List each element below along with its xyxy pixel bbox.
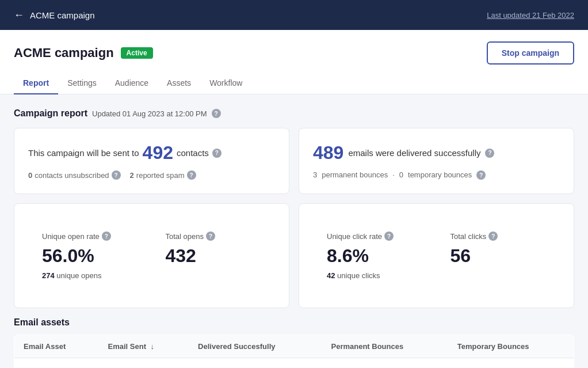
top-bar: ← ACME campaign Last updated 21 Feb 2022 (0, 0, 588, 30)
unique-click-rate-label: Unique click rate ? (327, 232, 423, 241)
th-email-sent: Email Sent ↓ (99, 335, 189, 358)
unique-opens-sub: 274 unique opens (42, 271, 138, 280)
cell-temporary: 0 (448, 358, 574, 369)
delivered-suffix: emails were delivered successfully (348, 148, 480, 158)
unsubscribed-info-icon[interactable]: ? (112, 170, 121, 180)
report-updated-text: Updated 01 Aug 2023 at 12:00 PM (92, 109, 207, 118)
unique-clicks-sub: 42 unique clicks (327, 271, 423, 280)
total-opens-info-icon[interactable]: ? (206, 232, 215, 241)
sort-icon: ↓ (151, 342, 155, 351)
campaign-title: ACME campaign (14, 45, 114, 60)
table-row: Summary 492 489 3 0 (14, 358, 574, 369)
report-header: Campaign report Updated 01 Aug 2023 at 1… (14, 108, 574, 119)
th-delivered: Delivered Succesfully (189, 335, 322, 358)
contacts-line: This campaign will be sent to 492 contac… (28, 142, 275, 164)
click-rate-card: Unique click rate ? 8.6% 42 unique click… (299, 203, 574, 308)
spam-item: 2 reported spam ? (130, 170, 196, 180)
total-clicks-label: Total clicks ? (450, 232, 547, 241)
unique-click-rate-value: 8.6% (327, 245, 423, 267)
header-top: ACME campaign Active Stop campaign (14, 41, 574, 65)
contacts-number: 492 (143, 142, 173, 164)
cell-delivered: 489 (189, 358, 322, 369)
contacts-card: This campaign will be sent to 492 contac… (14, 128, 289, 194)
stats-bottom-grid: Unique open rate ? 56.0% 274 unique open… (14, 203, 574, 308)
tab-assets[interactable]: Assets (158, 73, 200, 94)
total-clicks-section: Total clicks ? 56 (437, 218, 560, 294)
contacts-prefix: This campaign will be sent to (28, 148, 139, 158)
unique-open-rate-value: 56.0% (42, 245, 138, 267)
tab-settings[interactable]: Settings (58, 73, 106, 94)
header-section: ACME campaign Active Stop campaign Repor… (0, 30, 588, 94)
total-opens-section: Total opens ? 432 (152, 218, 276, 294)
contacts-sub: 0 contacts unsubscribed ? 2 reported spa… (28, 170, 275, 180)
email-assets-section: Email assets Email Asset Email Sent ↓ De… (14, 317, 574, 368)
temporary-bounces-label: temporary bounces (408, 170, 472, 180)
total-opens-label: Total opens ? (166, 232, 262, 241)
unique-click-info-icon[interactable]: ? (384, 232, 394, 241)
unique-open-info-icon[interactable]: ? (102, 232, 111, 241)
main-content: Campaign report Updated 01 Aug 2023 at 1… (0, 94, 588, 368)
unsubscribed-item: 0 contacts unsubscribed ? (28, 170, 121, 180)
stats-top-grid: This campaign will be sent to 492 contac… (14, 128, 574, 194)
status-badge: Active (121, 47, 153, 59)
tab-report[interactable]: Report (14, 73, 58, 94)
unique-open-section: Unique open rate ? 56.0% 274 unique open… (28, 218, 152, 294)
unique-clicks-label: unique clicks (337, 271, 380, 280)
unique-open-rate-label: Unique open rate ? (42, 232, 138, 241)
report-info-icon[interactable]: ? (212, 109, 221, 118)
permanent-bounces-count: 3 (313, 170, 317, 180)
bounces-info-icon[interactable]: ? (476, 170, 486, 180)
report-section-title: Campaign report (14, 108, 87, 119)
contacts-suffix: contacts (177, 148, 209, 158)
cell-permanent: 3 (322, 358, 448, 369)
top-bar-left: ← ACME campaign (14, 9, 95, 21)
last-updated[interactable]: Last updated 21 Feb 2022 (487, 11, 574, 20)
spam-count: 2 (130, 171, 134, 180)
unique-click-section: Unique click rate ? 8.6% 42 unique click… (313, 218, 437, 294)
delivered-line: 489 emails were delivered successfully ? (313, 142, 560, 164)
header-left: ACME campaign Active (14, 45, 153, 60)
tab-workflow[interactable]: Workflow (200, 73, 251, 94)
delivered-info-icon[interactable]: ? (485, 149, 494, 158)
spam-label: reported spam (136, 171, 185, 180)
cell-sent: 492 (99, 358, 189, 369)
th-permanent-bounces: Permanent Bounces (322, 335, 448, 358)
total-clicks-value: 56 (450, 245, 547, 267)
unique-opens-label: unique opens (56, 271, 101, 280)
email-assets-table: Email Asset Email Sent ↓ Delivered Succe… (14, 335, 574, 368)
permanent-bounces-label: permanent bounces (322, 170, 388, 180)
open-rate-card: Unique open rate ? 56.0% 274 unique open… (14, 203, 289, 308)
delivered-card: 489 emails were delivered successfully ?… (299, 128, 574, 194)
delivered-sub: 3 permanent bounces · 0 temporary bounce… (313, 170, 560, 180)
cell-asset: Summary (14, 358, 99, 369)
back-button[interactable]: ← (14, 9, 24, 21)
th-temporary-bounces: Temporary Bounces (448, 335, 574, 358)
email-assets-title: Email assets (14, 317, 574, 328)
top-bar-title: ACME campaign (30, 10, 95, 20)
contacts-info-icon[interactable]: ? (212, 149, 222, 158)
bounces-separator: · (392, 170, 395, 180)
total-clicks-info-icon[interactable]: ? (488, 232, 498, 241)
table-header-row: Email Asset Email Sent ↓ Delivered Succe… (14, 335, 574, 358)
unique-clicks-count: 42 (327, 271, 335, 280)
delivered-number: 489 (313, 142, 343, 164)
temporary-bounces-count: 0 (399, 170, 403, 180)
unsubscribed-label: contacts unsubscribed (35, 171, 109, 180)
th-email-asset: Email Asset (14, 335, 99, 358)
total-opens-value: 432 (166, 245, 262, 267)
tab-audience[interactable]: Audience (106, 73, 158, 94)
tabs-nav: Report Settings Audience Assets Workflow (14, 73, 574, 94)
unique-opens-count: 274 (42, 271, 55, 280)
spam-info-icon[interactable]: ? (187, 170, 196, 180)
stop-campaign-button[interactable]: Stop campaign (487, 41, 574, 65)
unsubscribed-count: 0 (28, 171, 32, 180)
